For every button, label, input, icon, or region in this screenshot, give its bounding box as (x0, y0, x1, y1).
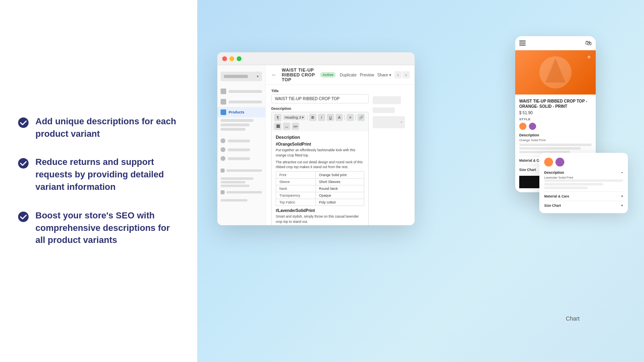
toolbar-color-btn[interactable]: A (336, 114, 343, 121)
popup-desc-header: Description − (544, 171, 623, 175)
spec-value-print: Orange Solid print (316, 172, 364, 179)
variant1-heading: #OrangeSolidPrint (276, 142, 364, 146)
svg-point-2 (18, 212, 29, 222)
duplicate-link[interactable]: Duplicate (340, 73, 357, 77)
toolbar-heading-select[interactable]: Heading 3 ▾ (283, 115, 305, 120)
nav-right-arrow[interactable]: › (402, 71, 410, 78)
sidebar-item-orders[interactable] (217, 97, 265, 107)
sidebar-expandable-1 (217, 167, 265, 176)
product-title-field[interactable]: WAIST TIE-UP RIBBED CROP TOP (271, 94, 369, 103)
heading-select-arrow: ▾ (302, 115, 304, 119)
sidebar-settings-item[interactable] (221, 155, 262, 162)
sidebar-analytics-item[interactable] (221, 137, 262, 144)
analytics-icon (221, 138, 225, 143)
popup-line-3 (544, 187, 588, 189)
nav-left-arrow[interactable]: ‹ (394, 71, 402, 78)
feature-item-3: Boost your store's SEO with comprehensiv… (18, 210, 180, 247)
cart-icon[interactable]: 🛍 (585, 39, 592, 47)
desc-field-label: Description (271, 107, 369, 111)
sidebar-item-products[interactable]: Products (217, 107, 265, 117)
desc-line-1 (519, 144, 592, 146)
product-image: + (515, 50, 596, 95)
orders-icon (221, 99, 226, 105)
preview-link[interactable]: Preview (360, 73, 374, 77)
popup-swatch-purple[interactable] (555, 158, 564, 167)
toolbar-more-btn[interactable]: ... (283, 123, 290, 130)
sidebar-extra-line-3 (221, 185, 250, 187)
variant2-desc1: Smart and stylish, simply throw on this … (276, 214, 364, 224)
toolbar-separator-3 (355, 115, 356, 120)
check-icon-3 (18, 211, 29, 222)
sidebar-right-select[interactable]: ÷ (373, 116, 405, 128)
hamburger-menu-icon[interactable] (519, 41, 526, 45)
sidebar-expandable-2 (217, 189, 265, 197)
back-button[interactable]: ← (270, 71, 278, 78)
spec-row-neck: Neck Round Neck (276, 185, 364, 192)
popup-size-chart-accordion[interactable]: Size Chart + (544, 201, 623, 208)
popup-swatches (544, 158, 623, 167)
sidebar-marketing-item[interactable] (221, 146, 262, 153)
topbar-actions: Duplicate Preview Share ▾ ‹ › (340, 71, 410, 78)
expand-icon-2 (221, 190, 225, 194)
sidebar-right-line-2 (373, 107, 395, 113)
spec-row-transparency: Transparency Opaque (276, 192, 364, 199)
maximize-button-dot[interactable] (237, 56, 242, 61)
sidebar-store-dropdown[interactable]: ▾ (221, 72, 262, 81)
popup-size-chart-arrow: + (621, 204, 623, 208)
marketing-icon (221, 147, 225, 152)
toolbar-separator-1 (307, 115, 308, 120)
home-label-line (229, 90, 262, 93)
plus-icon: + (587, 53, 591, 61)
toolbar-code-btn[interactable]: </> (292, 123, 299, 130)
heading-select-label: Heading 3 (285, 115, 301, 119)
home-icon (221, 88, 226, 94)
phone-price: $ 51.90 (519, 111, 592, 115)
toolbar-formatting-btn[interactable]: ¶ (274, 114, 281, 121)
minimize-button-dot[interactable] (229, 56, 234, 61)
spec-label-transparency: Transparency (276, 192, 316, 199)
toolbar-separator-2 (345, 115, 345, 120)
toolbar-underline-btn[interactable]: U (327, 114, 334, 121)
toolbar-italic-btn[interactable]: I (318, 114, 325, 121)
marketing-label-line (228, 148, 250, 151)
browser-sidebar: ▾ Products (217, 65, 266, 225)
phone-desc-title: Description (519, 133, 592, 137)
popup-line-2 (544, 183, 603, 185)
dropdown-arrow: ▾ (257, 74, 259, 78)
feature-list: Add unique descriptions for each product… (18, 115, 180, 247)
popup-swatch-orange[interactable] (544, 158, 553, 167)
swatch-purple[interactable] (529, 123, 536, 130)
sidebar-right-line-1 (373, 96, 401, 104)
svg-point-1 (18, 158, 29, 169)
swatch-orange[interactable] (519, 123, 526, 130)
toolbar-bold-btn[interactable]: B (309, 114, 316, 121)
desc-section-heading: Description (276, 135, 364, 140)
spec-row-sleeve: Sleeve Short Sleeves (276, 179, 364, 185)
toolbar-link-btn[interactable]: 🔗 (357, 114, 365, 121)
browser-topbar: ← WAIST TIE-UP RIBBED CROP TOP Active Du… (266, 65, 415, 85)
phone-desc-lines (519, 144, 592, 153)
popup-desc-lines (544, 179, 623, 189)
check-icon-1 (18, 117, 29, 128)
share-button[interactable]: Share ▾ (378, 73, 391, 77)
sidebar-item-home[interactable] (217, 86, 265, 97)
sidebar-right-column: ÷ (373, 89, 409, 225)
products-label: Products (229, 110, 244, 114)
variant-popup-card: Description − Lavender Solid Print Mater… (539, 153, 628, 213)
phone-desc-section: Description Orange Solid Print (519, 133, 592, 153)
sidebar-extra-line-4 (221, 199, 248, 202)
close-button-dot[interactable] (222, 56, 227, 61)
toolbar-align-btn[interactable]: ≡ (347, 114, 354, 121)
description-editor[interactable]: Description #OrangeSolidPrint Put togeth… (271, 132, 369, 225)
sidebar-extra-line-2 (221, 181, 246, 183)
spec-label-fabric: Top Fabric (276, 199, 316, 206)
spec-table: Print Orange Solid print Sleeve Short Sl… (276, 171, 364, 206)
spec-row-print: Print Orange Solid print (276, 172, 364, 179)
spec-value-transparency: Opaque (316, 192, 364, 199)
sidebar-skeleton-group (217, 117, 265, 132)
expand-line-2 (226, 191, 262, 193)
toolbar-image-btn[interactable]: 🖼 (274, 123, 281, 130)
popup-material-accordion[interactable]: Material & Care + (544, 191, 623, 201)
feature-text-1: Add unique descriptions for each product… (35, 115, 180, 140)
feature-item-2: Reduce returns and support requests by p… (18, 156, 180, 193)
